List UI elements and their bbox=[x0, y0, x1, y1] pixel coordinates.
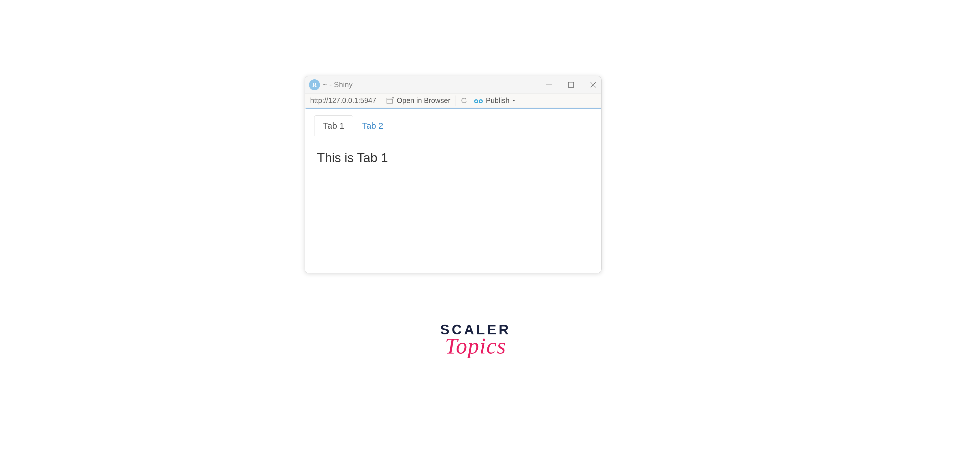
tab-2[interactable]: Tab 2 bbox=[353, 115, 392, 136]
tab-content-text: This is Tab 1 bbox=[314, 136, 592, 179]
svg-point-7 bbox=[480, 101, 482, 102]
close-button[interactable] bbox=[589, 81, 597, 89]
app-icon-letter: R bbox=[312, 81, 317, 89]
svg-point-6 bbox=[475, 101, 477, 102]
toolbar: http://127.0.0.1:5947 Open in Browser bbox=[305, 93, 601, 108]
app-window: R ~ - Shiny http://127.0.0.1 bbox=[305, 76, 601, 273]
titlebar: R ~ - Shiny bbox=[305, 76, 601, 93]
refresh-icon bbox=[460, 97, 468, 105]
tab-1[interactable]: Tab 1 bbox=[314, 115, 353, 136]
publish-icon bbox=[474, 98, 482, 103]
refresh-button[interactable] bbox=[457, 97, 471, 105]
r-app-icon: R bbox=[309, 79, 320, 90]
maximize-button[interactable] bbox=[567, 81, 575, 89]
window-title: ~ - Shiny bbox=[323, 80, 545, 89]
browser-icon bbox=[386, 97, 394, 104]
minimize-button[interactable] bbox=[545, 81, 553, 89]
url-display[interactable]: http://127.0.0.1:5947 bbox=[307, 96, 379, 105]
scaler-logo-line2: Topics bbox=[415, 333, 536, 359]
scaler-watermark: SCALER Topics bbox=[415, 322, 536, 359]
tab-nav: Tab 1 Tab 2 bbox=[314, 115, 592, 136]
chevron-down-icon: ▾ bbox=[513, 99, 515, 103]
toolbar-divider bbox=[455, 96, 455, 106]
publish-button[interactable]: Publish ▾ bbox=[471, 96, 518, 105]
window-controls bbox=[545, 81, 597, 89]
toolbar-divider bbox=[381, 96, 381, 106]
open-in-browser-label: Open in Browser bbox=[397, 96, 450, 105]
publish-label: Publish bbox=[486, 96, 510, 105]
tabset: Tab 1 Tab 2 This is Tab 1 bbox=[305, 109, 601, 179]
svg-rect-1 bbox=[568, 82, 574, 88]
open-in-browser-button[interactable]: Open in Browser bbox=[383, 96, 453, 105]
content-area: Tab 1 Tab 2 This is Tab 1 bbox=[305, 109, 601, 273]
